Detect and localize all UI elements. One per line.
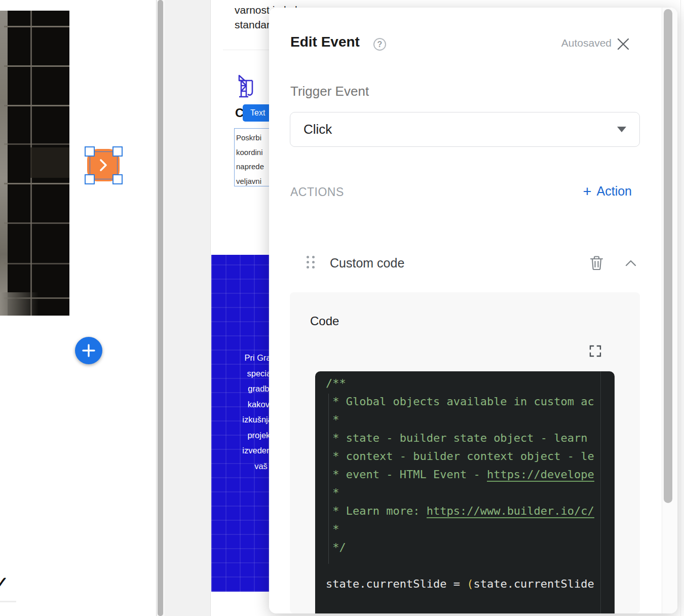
code-line: /** (326, 374, 594, 393)
autosaved-status: Autosaved (561, 37, 612, 49)
photo-grille-line (4, 183, 69, 184)
editor-ruler (600, 371, 601, 613)
help-icon[interactable]: ? (373, 38, 386, 51)
badge-label: Text (250, 108, 265, 118)
code-line: * Learn more: https://www.builder.io/c/ (326, 502, 594, 520)
photo-concrete-bottom (0, 292, 41, 316)
code-line: state.currentSlide = (state.currentSlide (326, 575, 594, 593)
modal-title: Edit Event (290, 34, 360, 50)
selection-handle-se[interactable] (112, 174, 123, 184)
code-line: * (326, 411, 594, 429)
selection-handle-ne[interactable] (112, 146, 123, 157)
photo-grille-line (4, 65, 69, 67)
plus-icon (82, 343, 96, 358)
page-text-line[interactable]: standar (235, 17, 270, 32)
code-line: * event - HTML Event - https://develope (326, 466, 594, 484)
selection-handle-sw[interactable] (85, 174, 95, 184)
builder-editor-screen: ✓ varnost in kak standar C Text Poskrbik… (0, 0, 684, 616)
code-line: * Global objects available in custom ac (326, 393, 594, 411)
fullscreen-icon[interactable] (589, 344, 602, 358)
code-content: /** * Global objects available in custom… (326, 374, 594, 593)
code-line (326, 557, 594, 575)
photo-grille-line (4, 26, 69, 27)
plus-icon: + (583, 184, 592, 199)
drag-handle-icon[interactable] (307, 256, 317, 270)
action-card-header: Custom code (290, 253, 640, 273)
code-line: * (326, 484, 594, 502)
canvas-scrollbar-thumb[interactable] (158, 0, 163, 616)
add-block-button[interactable] (75, 337, 102, 364)
custom-code-panel: Code /** * Global objects available in c… (290, 292, 640, 613)
add-action-button[interactable]: + Action (583, 184, 632, 199)
code-field-label: Code (310, 314, 339, 328)
code-line: * context - builder context object - le (326, 447, 594, 466)
crane-icon[interactable] (235, 73, 262, 101)
help-glyph: ? (377, 40, 383, 49)
divider (0, 601, 16, 602)
chevron-up-icon[interactable] (625, 259, 637, 267)
selected-arrow-element[interactable] (85, 146, 123, 184)
photo-highlight-patch (30, 147, 69, 178)
selection-handle-nw[interactable] (85, 146, 95, 157)
photo-grille-line (4, 263, 69, 264)
code-line: * (326, 520, 594, 538)
edit-event-modal: Edit Event ? Autosaved Trigger Event Cli… (269, 8, 677, 613)
trash-icon[interactable] (590, 255, 603, 271)
trigger-event-value: Click (303, 122, 332, 137)
trigger-event-select[interactable]: Click (290, 112, 640, 147)
trigger-event-label: Trigger Event (290, 84, 369, 99)
photo-grille-line (4, 143, 69, 145)
photo-concrete-edge (0, 11, 8, 316)
close-icon (617, 37, 630, 51)
photo-grille-line (4, 105, 69, 106)
canvas-photo-block[interactable] (0, 11, 69, 316)
close-button[interactable] (615, 36, 631, 52)
code-line: * state - builder state object - learn (326, 429, 594, 447)
check-glyph: ✓ (0, 573, 8, 591)
actions-section-label: ACTIONS (290, 185, 344, 199)
code-editor[interactable]: /** * Global objects available in custom… (315, 371, 615, 613)
photo-grille-line (4, 222, 69, 224)
action-title: Custom code (330, 256, 404, 271)
canvas-gutter (165, 0, 211, 616)
add-action-label: Action (597, 184, 632, 199)
modal-scrollbar-thumb[interactable] (664, 9, 672, 503)
chevron-down-icon (617, 127, 626, 132)
code-line: */ (326, 538, 594, 557)
window-edge-line (680, 0, 681, 616)
